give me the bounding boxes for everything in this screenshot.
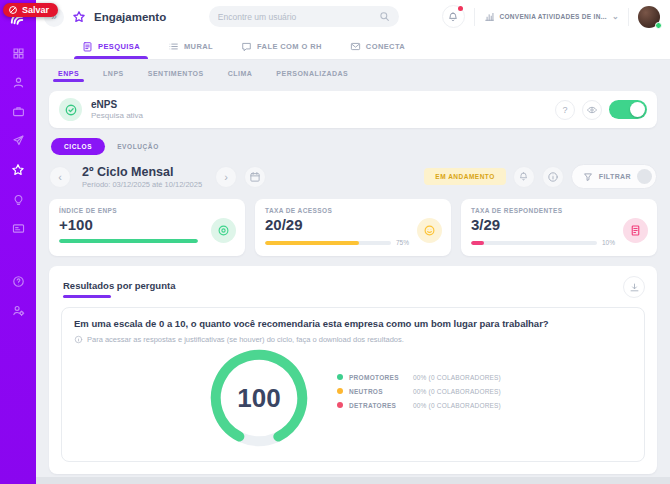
search-input[interactable] [218, 12, 379, 22]
metric-bar [59, 239, 203, 243]
survey-actions: ? [555, 100, 647, 120]
list-icon [168, 41, 179, 52]
metric-value: +100 [59, 216, 235, 233]
legend-value: 00% (0 COLABORADORES) [413, 388, 501, 395]
metric-enps-index: ÍNDICE DE ENPS +100 [49, 199, 245, 256]
dashboard-grid-icon[interactable] [12, 47, 25, 60]
subtab-sentimentos[interactable]: SENTIMENTOS [148, 70, 204, 82]
chevron-down-icon: ⌄ [612, 12, 619, 21]
card-icon[interactable] [12, 222, 25, 235]
bar-fill [265, 241, 359, 245]
survey-status: Pesquisa ativa [91, 111, 143, 120]
metric-label: ÍNDICE DE ENPS [59, 207, 235, 214]
download-results-button[interactable] [623, 276, 645, 298]
survey-name: eNPS [91, 99, 143, 110]
cycle-navigation: ‹ 2º Ciclo Mensal Período: 03/12/2025 at… [49, 164, 657, 189]
help-icon[interactable] [12, 275, 25, 288]
cycle-period: Período: 03/12/2025 até 10/12/2025 [82, 180, 202, 189]
content-area: ENPS LNPS SENTIMENTOS CLIMA PERSONALIZAD… [36, 60, 670, 484]
company-name: CONVENIA ATIVIDADES DE IN... [500, 13, 607, 20]
metric-bar: 10% [471, 239, 615, 246]
survey-icon [82, 41, 93, 52]
bar-fill [59, 239, 198, 243]
legend-dot [337, 388, 343, 394]
subtab-enps[interactable]: ENPS [58, 70, 79, 82]
metric-label: TAXA DE RESPONDENTES [471, 207, 647, 214]
legend-label: NEUTROS [349, 388, 407, 395]
tab-label: MURAL [184, 42, 213, 51]
bar-track [59, 239, 198, 243]
company-icon [484, 11, 495, 22]
eye-icon [586, 104, 598, 116]
main-column: » Engajamento CONVENIA ATIVIDADES DE IN.… [36, 0, 670, 484]
cycle-notifications-button[interactable] [513, 166, 535, 188]
lightbulb-icon[interactable] [12, 193, 25, 206]
save-button[interactable]: Salvar [3, 3, 58, 17]
online-status-dot [655, 22, 662, 29]
filter-icon [583, 172, 593, 182]
subtab-personalizadas[interactable]: PERSONALIZADAS [276, 70, 348, 82]
metric-value: 3/29 [471, 216, 647, 233]
legend-item-neutros: NEUTROS 00% (0 COLABORADORES) [337, 388, 501, 395]
user-avatar[interactable] [638, 6, 660, 28]
survey-active-toggle[interactable] [609, 100, 647, 119]
preview-eye-button[interactable] [582, 100, 602, 120]
clipboard-icon [623, 218, 648, 243]
bar-track [265, 241, 391, 245]
tab-fale-com-o-rh[interactable]: FALE COM O RH [241, 33, 322, 59]
question-card: Em uma escala de 0 a 10, o quanto você r… [61, 307, 645, 462]
calendar-icon [249, 171, 261, 183]
survey-active-icon [59, 98, 82, 121]
help-circle-button[interactable]: ? [555, 100, 575, 120]
metric-label: TAXA DE ACESSOS [265, 207, 441, 214]
view-tab-ciclos[interactable]: CICLOS [51, 138, 105, 155]
module-tabs: PESQUISA MURAL FALE COM O RH CONECTA [36, 33, 670, 59]
previous-cycle-button[interactable]: ‹ [49, 166, 71, 188]
engagement-star-icon[interactable] [11, 163, 25, 177]
bar-track [471, 241, 597, 245]
notifications-bell-button[interactable] [442, 5, 465, 28]
chat-icon [241, 41, 252, 52]
page-title: Engajamento [94, 11, 166, 23]
donut-gauge: 100 [205, 344, 313, 452]
tab-conecta[interactable]: CONECTA [350, 33, 405, 59]
view-tabs: CICLOS EVOLUÇÃO [51, 138, 657, 155]
horizontal-scrollbar[interactable] [36, 477, 670, 484]
tab-pesquisa[interactable]: PESQUISA [82, 33, 140, 59]
divider [628, 8, 629, 26]
search-icon[interactable] [379, 11, 390, 22]
results-section-title[interactable]: Resultados por pergunta [61, 276, 175, 298]
download-icon [629, 282, 640, 293]
briefcase-icon[interactable] [12, 105, 25, 118]
user-search [209, 6, 399, 27]
next-cycle-button[interactable]: › [215, 166, 237, 188]
legend-item-detratores: DETRATORES 00% (0 COLABORADORES) [337, 402, 501, 409]
mail-icon [350, 41, 361, 52]
calendar-button[interactable] [244, 166, 266, 188]
metric-respondent-rate: TAXA DE RESPONDENTES 3/29 10% [461, 199, 657, 256]
filter-count-badge [637, 169, 652, 184]
user-settings-icon[interactable] [12, 304, 25, 317]
cycle-status-badge: EM ANDAMENTO [424, 168, 505, 185]
tab-label: CONECTA [366, 42, 405, 51]
question-text: Em uma escala de 0 a 10, o quanto você r… [74, 318, 632, 329]
subtab-lnps[interactable]: LNPS [103, 70, 124, 82]
filter-button[interactable]: FILTRAR [571, 164, 657, 189]
module-star-icon [72, 10, 86, 24]
info-icon [547, 171, 559, 183]
subtab-clima[interactable]: CLIMA [228, 70, 253, 82]
enps-gauge-chart: 100 PROMOTORES 00% (0 COLABORADORES) NEU… [74, 344, 632, 458]
legend-dot [337, 374, 343, 380]
send-icon[interactable] [12, 134, 25, 147]
tab-mural[interactable]: MURAL [168, 33, 213, 59]
metric-cards: ÍNDICE DE ENPS +100 TAXA DE ACESSOS 20/2… [49, 199, 657, 256]
top-header: » Engajamento CONVENIA ATIVIDADES DE IN.… [36, 0, 670, 60]
cycle-info: 2º Ciclo Mensal Período: 03/12/2025 até … [82, 165, 202, 189]
sidebar-nav [11, 47, 25, 317]
cycle-info-button[interactable] [542, 166, 564, 188]
people-icon[interactable] [12, 76, 25, 89]
smiley-icon [417, 218, 442, 243]
view-tab-evolucao[interactable]: EVOLUÇÃO [117, 143, 159, 150]
company-selector[interactable]: CONVENIA ATIVIDADES DE IN... ⌄ [484, 11, 620, 22]
header-top-row: » Engajamento CONVENIA ATIVIDADES DE IN.… [36, 0, 670, 33]
